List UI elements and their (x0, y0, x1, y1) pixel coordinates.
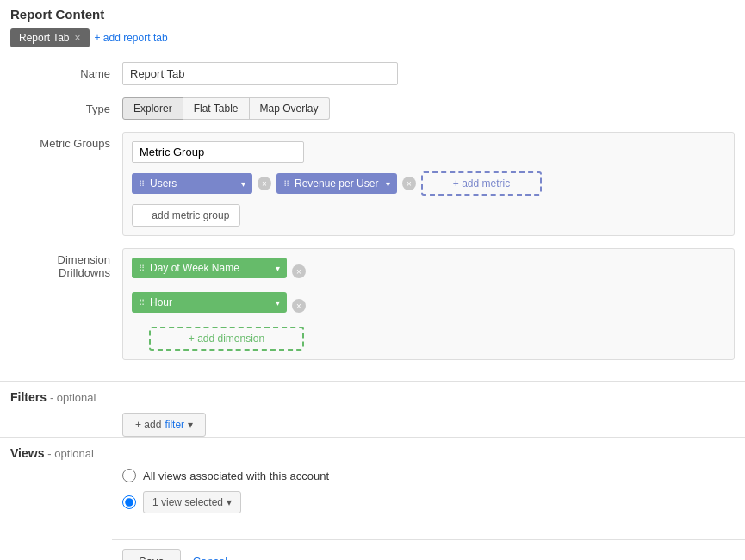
view-selected-label: 1 view selected (152, 496, 223, 508)
footer-buttons: Save Cancel (112, 539, 745, 560)
metric-groups-container: ⠿ Users ▾ × ⠿ Revenue per User ▾ × + add… (122, 132, 735, 236)
dimension-container: ⠿ Day of Week Name ▾ × ⠿ Hour ▾ × (122, 248, 735, 360)
radio-all-views-label: All views associated with this account (143, 470, 329, 482)
radio-selected-views[interactable] (122, 495, 136, 509)
dimension-dayofweek-remove[interactable]: × (292, 264, 306, 278)
filters-optional-text: - optional (50, 391, 96, 404)
metric-group-name-input[interactable] (132, 141, 304, 163)
dimension-label: Dimension Drilldowns (10, 248, 122, 279)
radio-row-allviews: All views associated with this account (122, 469, 735, 482)
metrics-row: ⠿ Users ▾ × ⠿ Revenue per User ▾ × + add… (132, 171, 725, 196)
add-metric-group-button[interactable]: + add metric group (132, 204, 240, 227)
dimension-chip-dayofweek[interactable]: ⠿ Day of Week Name ▾ (132, 258, 287, 278)
filter-link-text: filter (165, 419, 184, 431)
type-row: Type Explorer Flat Table Map Overlay (10, 97, 735, 120)
dimension-hour-label: Hour (150, 296, 172, 308)
drag-handle-icon-2: ⠿ (283, 179, 289, 189)
radio-all-views[interactable] (122, 469, 136, 482)
tab-label: Report Tab (19, 32, 69, 44)
filters-heading-text: Filters (10, 390, 47, 404)
metric-groups-content: ⠿ Users ▾ × ⠿ Revenue per User ▾ × + add… (122, 132, 735, 236)
drag-handle-icon: ⠿ (139, 179, 145, 189)
name-row: Name (10, 62, 735, 85)
chevron-down-icon: ▾ (241, 179, 245, 189)
type-btn-flat-table[interactable]: Flat Table (183, 97, 250, 120)
drag-handle-dim-icon: ⠿ (139, 264, 145, 273)
metric-revenue-remove[interactable]: × (402, 177, 416, 190)
views-heading-text: Views (10, 446, 44, 460)
view-selected-button[interactable]: 1 view selected ▾ (143, 491, 241, 513)
save-button[interactable]: Save (122, 549, 181, 560)
radio-row-selected: 1 view selected ▾ (122, 491, 735, 513)
metric-revenue-label: Revenue per User (295, 177, 378, 190)
type-buttons: Explorer Flat Table Map Overlay (122, 97, 735, 120)
page-header: Report Content Report Tab × + add report… (0, 0, 745, 53)
metric-users-label: Users (150, 177, 177, 190)
views-section: Views - optional All views associated wi… (0, 438, 745, 531)
views-heading: Views - optional (10, 446, 735, 460)
chevron-dim-icon: ▾ (276, 264, 280, 273)
drag-handle-dim-icon-2: ⠿ (139, 298, 145, 308)
cancel-button[interactable]: Cancel (189, 549, 231, 560)
view-selected-chevron-icon: ▾ (227, 496, 232, 508)
dimension-chip-hour[interactable]: ⠿ Hour ▾ (132, 292, 287, 313)
dimension-row-2: ⠿ Hour ▾ × (132, 292, 725, 320)
page-title: Report Content (10, 7, 735, 22)
metric-groups-row: Metric Groups ⠿ Users ▾ × ⠿ Revenue per … (10, 132, 735, 236)
active-tab[interactable]: Report Tab × (10, 28, 90, 47)
views-optional-text: - optional (47, 447, 93, 460)
type-btn-map-overlay[interactable]: Map Overlay (250, 97, 330, 120)
metric-chip-revenue[interactable]: ⠿ Revenue per User ▾ (276, 173, 397, 194)
form-section: Name Type Explorer Flat Table Map Overla… (0, 53, 745, 381)
filters-heading: Filters - optional (10, 390, 735, 404)
name-content (122, 62, 735, 85)
add-metric-button[interactable]: + add metric (421, 171, 542, 196)
dimension-hour-remove[interactable]: × (292, 299, 306, 313)
add-dimension-button[interactable]: + add dimension (149, 327, 304, 351)
dimension-content: ⠿ Day of Week Name ▾ × ⠿ Hour ▾ × (122, 248, 735, 360)
chevron-dim-icon-2: ▾ (276, 298, 280, 308)
filters-section: Filters - optional + add filter ▾ (0, 382, 745, 437)
add-filter-prefix: + add (135, 419, 161, 431)
type-btn-explorer[interactable]: Explorer (122, 97, 183, 120)
metric-chip-users[interactable]: ⠿ Users ▾ (132, 173, 252, 194)
filter-chevron-icon: ▾ (188, 419, 193, 431)
name-label: Name (10, 62, 122, 80)
add-filter-button[interactable]: + add filter ▾ (122, 413, 206, 437)
dimension-dayofweek-label: Day of Week Name (150, 262, 239, 274)
tabs-bar: Report Tab × + add report tab (10, 28, 735, 47)
type-label: Type (10, 97, 122, 115)
add-report-tab-link[interactable]: + add report tab (95, 32, 168, 44)
metric-groups-label: Metric Groups (10, 132, 122, 150)
tab-close-icon[interactable]: × (74, 33, 80, 43)
type-content: Explorer Flat Table Map Overlay (122, 97, 735, 120)
chevron-down-icon-2: ▾ (386, 179, 390, 189)
dimension-row: Dimension Drilldowns ⠿ Day of Week Name … (10, 248, 735, 360)
page-container: Report Content Report Tab × + add report… (0, 0, 745, 560)
dimension-row-1: ⠿ Day of Week Name ▾ × (132, 258, 725, 285)
name-input[interactable] (122, 62, 398, 85)
metric-users-remove[interactable]: × (258, 177, 271, 190)
